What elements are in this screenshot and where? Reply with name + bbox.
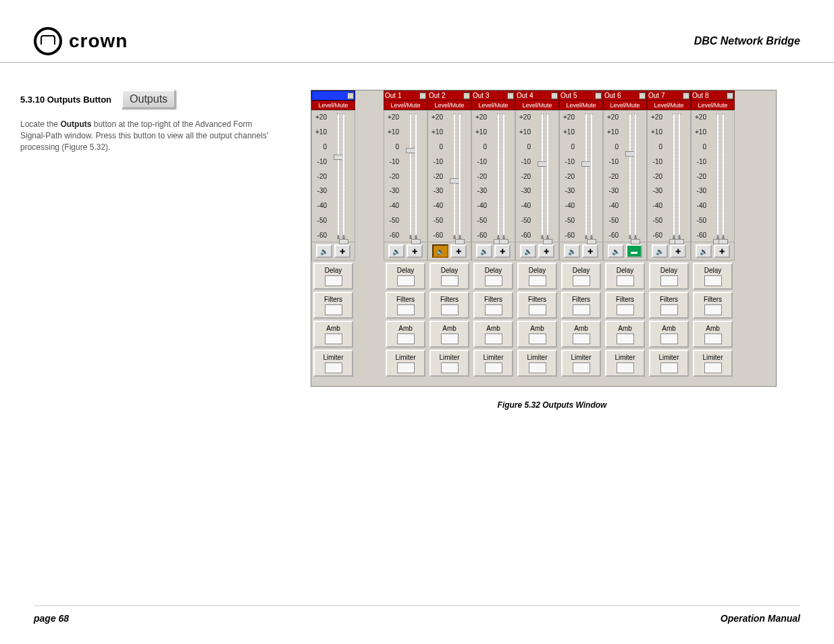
fader-track[interactable] [415, 113, 417, 239]
fader-track[interactable] [722, 113, 725, 239]
filters-button[interactable]: Filters [386, 292, 425, 319]
delay-button[interactable]: Delay [693, 263, 733, 290]
plus-button[interactable]: ✚ [407, 244, 423, 258]
amb-button[interactable]: Amb [561, 321, 601, 348]
delay-button[interactable]: Delay [386, 263, 425, 290]
fader-track[interactable] [342, 113, 345, 239]
channel-header[interactable]: Out 5▫ [559, 90, 603, 101]
amb-button[interactable]: Amb [693, 321, 733, 348]
plus-button[interactable]: ✚ [582, 244, 598, 258]
fader-thumb[interactable] [625, 151, 635, 157]
filters-button[interactable]: Filters [649, 292, 689, 319]
fader-thumb[interactable] [719, 239, 728, 244]
delay-button[interactable]: Delay [649, 263, 689, 290]
minimize-icon[interactable]: ▫ [463, 92, 470, 99]
fader-track[interactable] [590, 113, 593, 239]
speaker-button[interactable]: 🔈 [388, 244, 405, 258]
plus-button[interactable]: ✚ [494, 244, 511, 258]
limiter-button[interactable]: Limiter [313, 350, 353, 377]
amb-button[interactable]: Amb [649, 321, 689, 348]
speaker-button[interactable]: 🔈 [520, 244, 536, 258]
fader-track[interactable] [634, 113, 637, 239]
minimize-icon[interactable]: ▫ [507, 92, 514, 99]
delay-button[interactable]: Delay [561, 263, 601, 290]
amb-button[interactable]: Amb [517, 321, 557, 348]
fader-thumb[interactable] [587, 239, 596, 244]
minimize-icon[interactable]: ▫ [595, 92, 602, 99]
fader-thumb[interactable] [543, 239, 552, 244]
plus-button[interactable]: ✚ [450, 244, 467, 258]
plus-button[interactable]: ✚ [670, 244, 686, 258]
dash-button[interactable]: ▬ [626, 244, 642, 258]
fader-track[interactable] [497, 113, 500, 239]
delay-button[interactable]: Delay [313, 263, 353, 290]
fader-track[interactable] [453, 113, 456, 239]
limiter-button[interactable]: Limiter [605, 350, 645, 377]
amb-button[interactable]: Amb [429, 321, 469, 348]
filters-button[interactable]: Filters [517, 292, 557, 319]
channel-header[interactable]: Out 7▫ [647, 90, 691, 101]
limiter-button[interactable]: Limiter [561, 350, 601, 377]
channel-header[interactable]: Out 1▫ [384, 90, 427, 101]
amb-button[interactable]: Amb [313, 321, 353, 348]
filters-button[interactable]: Filters [473, 292, 513, 319]
outputs-button[interactable]: Outputs [122, 90, 176, 109]
channel-header[interactable]: Out 2▫ [427, 90, 471, 101]
limiter-button[interactable]: Limiter [693, 350, 733, 377]
minimize-icon[interactable]: ▫ [551, 92, 558, 99]
speaker-button[interactable]: 🔈 [652, 244, 668, 258]
channel-header[interactable]: Out 4▫ [515, 90, 559, 101]
channel-header[interactable]: Out 3▫ [471, 90, 515, 101]
filters-button[interactable]: Filters [429, 292, 469, 319]
amb-button[interactable]: Amb [473, 321, 513, 348]
speaker-button[interactable]: 🔈 [316, 244, 332, 258]
minimize-icon[interactable]: ▫ [639, 92, 646, 99]
delay-button[interactable]: Delay [605, 263, 645, 290]
fader-thumb[interactable] [675, 239, 684, 244]
filters-button[interactable]: Filters [561, 292, 601, 319]
fader-track[interactable] [716, 113, 719, 239]
plus-button[interactable]: ✚ [538, 244, 554, 258]
speaker-button[interactable]: 🔈 [432, 244, 448, 258]
minimize-icon[interactable]: ▫ [683, 92, 689, 99]
fader-thumb[interactable] [631, 239, 640, 244]
fader-thumb[interactable] [455, 239, 465, 244]
minimize-icon[interactable]: ▫ [419, 92, 426, 99]
amb-button[interactable]: Amb [386, 321, 425, 348]
amb-button[interactable]: Amb [605, 321, 645, 348]
limiter-button[interactable]: Limiter [517, 350, 557, 377]
fader-track[interactable] [678, 113, 681, 239]
plus-button[interactable]: ✚ [334, 244, 350, 258]
fader-track[interactable] [541, 113, 544, 239]
fader-track[interactable] [337, 113, 340, 239]
minimize-icon[interactable]: ▫ [347, 92, 354, 99]
filters-button[interactable]: Filters [693, 292, 733, 319]
channel-header[interactable]: Out 6▫ [603, 90, 647, 101]
limiter-button[interactable]: Limiter [386, 350, 425, 377]
limiter-button[interactable]: Limiter [429, 350, 469, 377]
fader-thumb[interactable] [581, 161, 591, 167]
fader-track[interactable] [409, 113, 412, 239]
fader-thumb[interactable] [339, 239, 348, 244]
speaker-button[interactable]: 🔈 [564, 244, 580, 258]
fader-track[interactable] [546, 113, 549, 239]
minimize-icon[interactable]: ▫ [727, 92, 733, 99]
delay-button[interactable]: Delay [473, 263, 513, 290]
fader-track[interactable] [502, 113, 505, 239]
speaker-button[interactable]: 🔈 [608, 244, 624, 258]
limiter-button[interactable]: Limiter [473, 350, 513, 377]
fader-track[interactable] [459, 113, 461, 239]
fader-thumb[interactable] [406, 148, 415, 153]
fader-thumb[interactable] [411, 239, 421, 244]
fader-thumb[interactable] [499, 239, 509, 244]
fader-track[interactable] [629, 113, 631, 239]
speaker-button[interactable]: 🔈 [696, 244, 712, 258]
fader-track[interactable] [673, 113, 675, 239]
fader-thumb[interactable] [538, 161, 547, 167]
plus-button[interactable]: ✚ [714, 244, 730, 258]
filters-button[interactable]: Filters [313, 292, 353, 319]
limiter-button[interactable]: Limiter [649, 350, 689, 377]
filters-button[interactable]: Filters [605, 292, 645, 319]
channel-header[interactable]: ▫ [311, 90, 355, 101]
fader-thumb[interactable] [334, 155, 343, 160]
